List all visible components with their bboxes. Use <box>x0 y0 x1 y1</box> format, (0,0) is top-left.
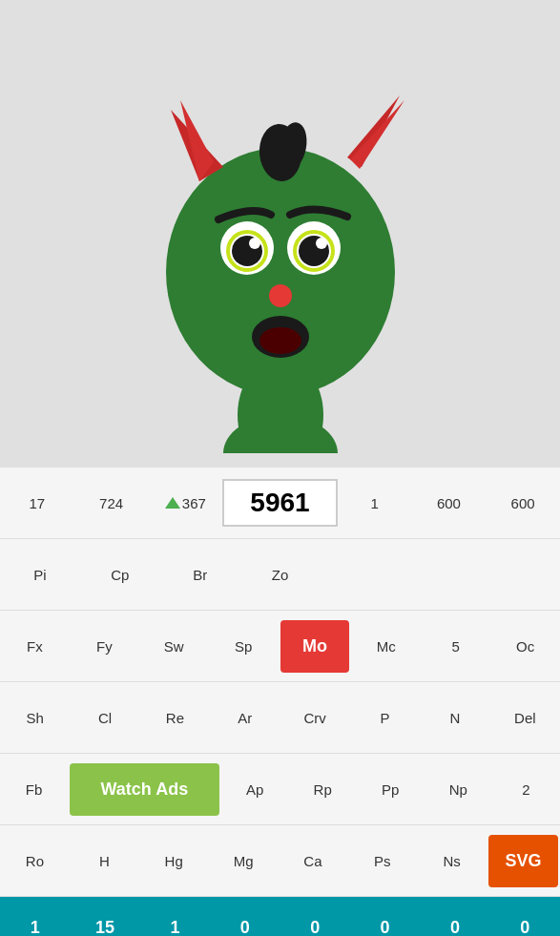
cell-sw: Sw <box>139 638 209 655</box>
cell-600b: 600 <box>486 495 560 511</box>
cell-pi: Pi <box>0 567 80 583</box>
cell-np: Np <box>425 781 492 798</box>
cell-pp: Pp <box>357 781 425 798</box>
cell-fb: Fb <box>0 781 68 798</box>
cell-p: P <box>350 710 420 726</box>
cell-crv: Crv <box>280 710 350 726</box>
cell-724: 724 <box>74 495 149 511</box>
cell-fx: Fx <box>0 638 70 655</box>
row3: Fx Fy Sw Sp Mo Mc 5 Oc <box>0 611 560 682</box>
cell-br: Br <box>160 567 240 583</box>
svg-marker-11 <box>350 100 404 169</box>
cell-del: Del <box>490 710 560 726</box>
score-display: 5961 <box>222 479 338 527</box>
cell-hg: Hg <box>139 853 209 869</box>
cell-fy: Fy <box>70 638 139 655</box>
character-svg <box>114 14 447 453</box>
cell-zo: Zo <box>240 567 321 583</box>
svg-point-16 <box>249 238 260 249</box>
cell-cp: Cp <box>80 567 160 583</box>
score-0e: 0 <box>490 897 560 936</box>
grid-area: 17 724 367 5961 1 600 600 Pi Cp Br Zo Fx… <box>0 468 560 936</box>
triangle-icon <box>165 497 180 509</box>
score-0a: 0 <box>210 897 280 936</box>
svg-button[interactable]: SVG <box>488 835 558 887</box>
row4: Sh Cl Re Ar Crv P N Del <box>0 682 560 754</box>
cell-rp: Rp <box>289 781 357 798</box>
cell-sh: Sh <box>0 710 70 726</box>
cell-ps: Ps <box>347 853 417 869</box>
score-0d: 0 <box>420 897 489 936</box>
cell-sp: Sp <box>209 638 279 655</box>
score-15: 15 <box>70 897 139 936</box>
abbrev-row: Pi Cp Br Zo <box>0 539 560 611</box>
cell-h: H <box>70 853 139 869</box>
cell-mg: Mg <box>209 853 279 869</box>
svg-point-20 <box>269 284 292 307</box>
score-0c: 0 <box>350 897 420 936</box>
score-1b: 1 <box>140 897 210 936</box>
score-0b: 0 <box>280 897 350 936</box>
row5: Fb Watch Ads Ap Rp Pp Np 2 <box>0 754 560 825</box>
cell-5: 5 <box>421 638 490 655</box>
cell-ro: Ro <box>0 853 70 869</box>
cell-ap: Ap <box>221 781 289 798</box>
cell-ar: Ar <box>210 710 280 726</box>
score-1: 1 <box>0 897 70 936</box>
cell-mo[interactable]: Mo <box>280 620 350 673</box>
cell-cl: Cl <box>70 710 139 726</box>
cell-n: N <box>420 710 489 726</box>
character-area <box>0 0 560 468</box>
row6: Ro H Hg Mg Ca Ps Ns SVG <box>0 825 560 897</box>
svg-point-17 <box>316 238 327 249</box>
cell-ca: Ca <box>279 853 348 869</box>
cell-mc: Mc <box>351 638 421 655</box>
cell-2: 2 <box>492 781 560 798</box>
cell-ns: Ns <box>417 853 487 869</box>
cell-re: Re <box>140 710 210 726</box>
bottom-score-row: 1 15 1 0 0 0 0 0 <box>0 897 560 936</box>
cell-600a: 600 <box>412 495 487 511</box>
cell-17: 17 <box>0 495 74 511</box>
svg-point-5 <box>166 148 395 396</box>
cell-367: 367 <box>148 495 222 511</box>
cell-oc: Oc <box>490 638 560 655</box>
svg-point-22 <box>259 327 301 354</box>
numbers-row: 17 724 367 5961 1 600 600 <box>0 468 560 539</box>
watch-ads-button[interactable]: Watch Ads <box>70 763 218 816</box>
cell-1: 1 <box>338 495 412 511</box>
